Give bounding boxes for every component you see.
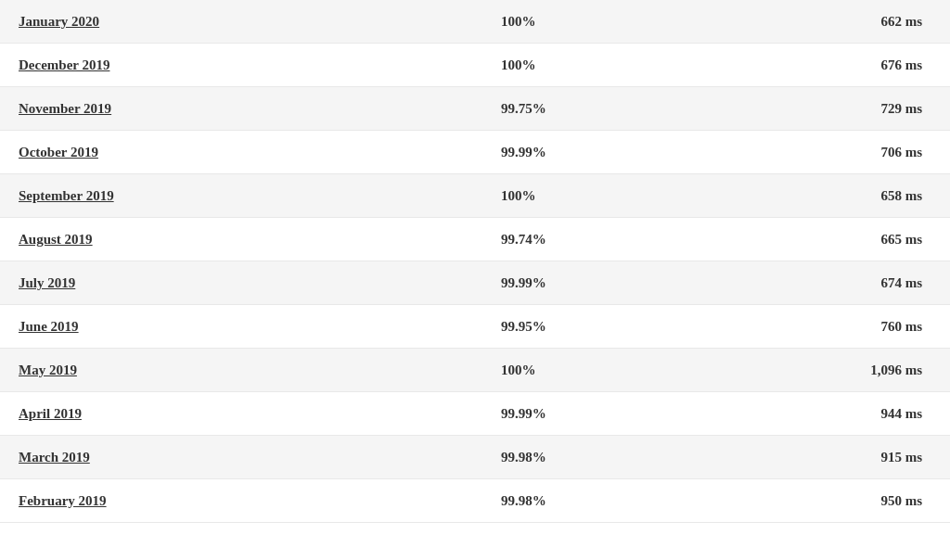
month-link[interactable]: August 2019 xyxy=(19,232,93,247)
col-response: 915 ms xyxy=(705,449,931,465)
col-month: April 2019 xyxy=(19,405,501,422)
col-response: 658 ms xyxy=(705,187,931,204)
response-value: 676 ms xyxy=(880,57,922,72)
response-value: 674 ms xyxy=(880,275,922,290)
col-month: July 2019 xyxy=(19,274,501,291)
col-uptime: 99.75% xyxy=(501,100,705,117)
col-response: 1,096 ms xyxy=(705,362,931,378)
response-value: 944 ms xyxy=(880,406,922,421)
response-value: 915 ms xyxy=(880,450,922,465)
table-row: October 2019 99.99% 706 ms xyxy=(0,131,950,174)
col-month: March 2019 xyxy=(19,449,501,465)
table-row: November 2019 99.75% 729 ms xyxy=(0,87,950,131)
col-uptime: 100% xyxy=(501,362,705,378)
col-month: August 2019 xyxy=(19,231,501,248)
response-value: 950 ms xyxy=(880,493,922,508)
col-response: 662 ms xyxy=(705,13,931,30)
month-link[interactable]: November 2019 xyxy=(19,101,111,116)
col-month: October 2019 xyxy=(19,144,501,160)
col-month: December 2019 xyxy=(19,57,501,73)
col-response: 665 ms xyxy=(705,231,931,248)
uptime-value: 99.98% xyxy=(501,450,546,465)
col-response: 674 ms xyxy=(705,274,931,291)
table-row: July 2019 99.99% 674 ms xyxy=(0,261,950,305)
col-month: January 2020 xyxy=(19,13,501,30)
month-link[interactable]: March 2019 xyxy=(19,450,90,465)
col-uptime: 100% xyxy=(501,13,705,30)
response-value: 1,096 ms xyxy=(870,363,922,377)
month-link[interactable]: April 2019 xyxy=(19,406,82,421)
response-value: 658 ms xyxy=(880,188,922,203)
uptime-value: 100% xyxy=(501,57,536,72)
table-row: August 2019 99.74% 665 ms xyxy=(0,218,950,261)
response-value: 662 ms xyxy=(880,14,922,29)
month-link[interactable]: May 2019 xyxy=(19,363,77,377)
uptime-value: 99.74% xyxy=(501,232,546,247)
col-uptime: 99.99% xyxy=(501,405,705,422)
col-month: May 2019 xyxy=(19,362,501,378)
uptime-value: 100% xyxy=(501,363,536,377)
table-row: June 2019 99.95% 760 ms xyxy=(0,305,950,349)
col-uptime: 99.98% xyxy=(501,449,705,465)
col-month: February 2019 xyxy=(19,492,501,509)
month-link[interactable]: January 2020 xyxy=(19,14,99,29)
month-link[interactable]: December 2019 xyxy=(19,57,109,72)
col-uptime: 99.95% xyxy=(501,318,705,335)
col-month: June 2019 xyxy=(19,318,501,335)
col-month: November 2019 xyxy=(19,100,501,117)
uptime-value: 100% xyxy=(501,14,536,29)
table-row: May 2019 100% 1,096 ms xyxy=(0,349,950,392)
month-link[interactable]: September 2019 xyxy=(19,188,114,203)
uptime-table: January 2020 100% 662 ms December 2019 1… xyxy=(0,0,950,523)
col-uptime: 99.98% xyxy=(501,492,705,509)
response-value: 665 ms xyxy=(880,232,922,247)
col-month: September 2019 xyxy=(19,187,501,204)
col-response: 950 ms xyxy=(705,492,931,509)
month-link[interactable]: July 2019 xyxy=(19,275,75,290)
uptime-value: 99.95% xyxy=(501,319,546,334)
month-link[interactable]: June 2019 xyxy=(19,319,79,334)
month-link[interactable]: February 2019 xyxy=(19,493,107,508)
col-uptime: 100% xyxy=(501,57,705,73)
response-value: 760 ms xyxy=(880,319,922,334)
col-uptime: 100% xyxy=(501,187,705,204)
month-link[interactable]: October 2019 xyxy=(19,145,98,159)
table-row: January 2020 100% 662 ms xyxy=(0,0,950,44)
uptime-value: 100% xyxy=(501,188,536,203)
table-row: December 2019 100% 676 ms xyxy=(0,44,950,87)
uptime-value: 99.98% xyxy=(501,493,546,508)
col-uptime: 99.99% xyxy=(501,274,705,291)
response-value: 706 ms xyxy=(880,145,922,159)
col-response: 760 ms xyxy=(705,318,931,335)
uptime-value: 99.99% xyxy=(501,406,546,421)
table-row: March 2019 99.98% 915 ms xyxy=(0,436,950,479)
col-uptime: 99.99% xyxy=(501,144,705,160)
table-row: April 2019 99.99% 944 ms xyxy=(0,392,950,436)
col-response: 676 ms xyxy=(705,57,931,73)
uptime-value: 99.99% xyxy=(501,145,546,159)
uptime-value: 99.99% xyxy=(501,275,546,290)
col-response: 729 ms xyxy=(705,100,931,117)
uptime-value: 99.75% xyxy=(501,101,546,116)
table-row: February 2019 99.98% 950 ms xyxy=(0,479,950,523)
col-response: 706 ms xyxy=(705,144,931,160)
response-value: 729 ms xyxy=(880,101,922,116)
table-row: September 2019 100% 658 ms xyxy=(0,174,950,218)
col-uptime: 99.74% xyxy=(501,231,705,248)
col-response: 944 ms xyxy=(705,405,931,422)
